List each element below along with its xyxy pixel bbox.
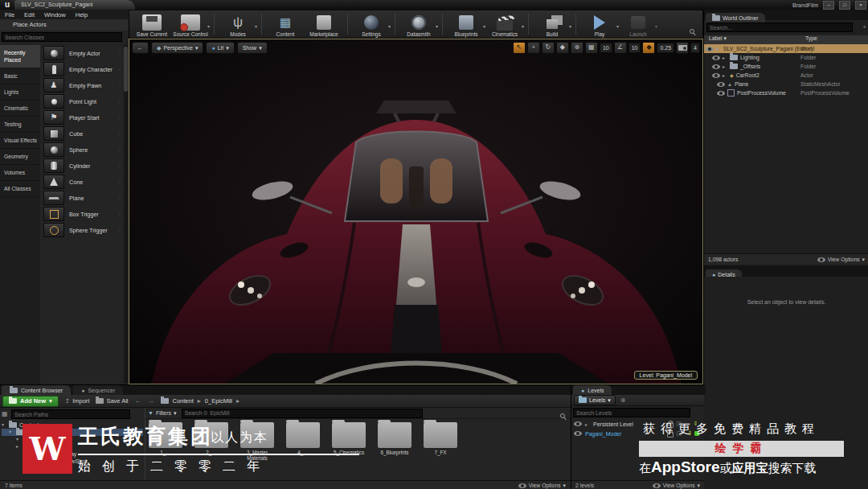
outliner-row-postprocessvolume[interactable]: PostProcessVolumePostProcessVolume bbox=[704, 88, 868, 97]
place-item-plane[interactable]: Plane◦ bbox=[40, 190, 122, 206]
place-search-input[interactable] bbox=[2, 32, 122, 42]
outliner-search-input[interactable] bbox=[706, 23, 853, 32]
place-item-cone[interactable]: Cone◦ bbox=[40, 174, 122, 190]
project-tab[interactable]: SLV_SC2_Sculpture_Pagani bbox=[14, 0, 135, 10]
category-lights[interactable]: Lights bbox=[0, 84, 40, 101]
visibility-eye-icon[interactable] bbox=[712, 64, 720, 69]
place-item-player-start[interactable]: ⚑Player Start◦ bbox=[40, 109, 122, 125]
menu-help[interactable]: Help bbox=[76, 11, 88, 18]
save-current-button[interactable]: Save Current bbox=[134, 11, 170, 37]
category-basic[interactable]: Basic bbox=[0, 68, 40, 84]
save-all-button[interactable]: Save All bbox=[96, 397, 128, 405]
content-view-options[interactable]: View Options▾ bbox=[518, 483, 566, 489]
menu-edit[interactable]: Edit bbox=[24, 11, 35, 18]
levels-search-input[interactable] bbox=[573, 408, 690, 417]
category-all-classes[interactable]: All Classes bbox=[0, 181, 40, 197]
outliner-row-lighting[interactable]: ▸LightingFolder bbox=[704, 53, 868, 62]
play-button[interactable]: Play▾ bbox=[582, 11, 617, 37]
back-button[interactable]: ← bbox=[135, 397, 141, 405]
place-item-sphere-trigger[interactable]: Sphere Trigger◦ bbox=[40, 222, 122, 238]
datasmith-button[interactable]: Datasmith▾ bbox=[401, 11, 436, 37]
filters-button[interactable]: ▼Filters▾ bbox=[148, 410, 177, 417]
grid-snap-icon[interactable]: ▦ bbox=[585, 42, 598, 54]
place-item-empty-pawn[interactable]: ♟Empty Pawn◦ bbox=[40, 77, 122, 93]
outliner-view-options[interactable]: View Options▾ bbox=[817, 257, 865, 263]
place-scrollbar[interactable] bbox=[124, 45, 128, 383]
rotate-tool-button[interactable]: ↻ bbox=[542, 42, 555, 54]
marketplace-button[interactable]: Marketplace bbox=[306, 11, 342, 37]
breadcrumb-epicmill[interactable]: 0_EpicMill bbox=[205, 397, 232, 405]
menu-window[interactable]: Window bbox=[44, 11, 66, 18]
place-item-point-light[interactable]: Point Light◦ bbox=[40, 93, 122, 109]
menu-file[interactable]: File bbox=[5, 11, 14, 18]
camera-speed-icon[interactable] bbox=[676, 42, 689, 54]
category-recently-placed[interactable]: Recently Placed bbox=[0, 45, 40, 68]
outliner-icon bbox=[712, 15, 720, 21]
visibility-eye-icon[interactable] bbox=[712, 55, 720, 60]
filter-funnel-icon[interactable]: + bbox=[862, 23, 866, 31]
add-new-button[interactable]: Add New▾ bbox=[2, 396, 59, 407]
tab-sequencer[interactable]: ●Sequencer bbox=[73, 385, 123, 395]
folder-tile-7-fx[interactable]: 7_FX bbox=[423, 422, 458, 461]
breadcrumb-content[interactable]: Content bbox=[173, 397, 194, 405]
show-button[interactable]: Show▾ bbox=[237, 42, 268, 54]
select-tool-button[interactable]: ↖ bbox=[513, 42, 526, 54]
scale-snap-value[interactable]: 0.25 bbox=[657, 43, 674, 53]
move-tool-button[interactable]: + bbox=[527, 42, 540, 54]
viewport-collapse-button[interactable]: ← bbox=[132, 42, 149, 54]
visibility-eye-icon[interactable] bbox=[706, 47, 714, 51]
tab-content-browser[interactable]: Content Browser bbox=[2, 385, 71, 395]
content-button[interactable]: ▦Content bbox=[268, 11, 303, 37]
category-volumes[interactable]: Volumes bbox=[0, 165, 40, 181]
launch-button[interactable]: Launch▾ bbox=[620, 11, 656, 37]
camera-speed-value[interactable]: 4 bbox=[690, 43, 700, 53]
folder-tile-6-blueprints[interactable]: 6_Blueprints bbox=[377, 422, 412, 461]
category-visual-effects[interactable]: Visual Effects bbox=[0, 133, 40, 149]
outliner-row-plane[interactable]: ▲PlaneStaticMeshActor bbox=[704, 80, 868, 88]
category-geometry[interactable]: Geometry bbox=[0, 149, 40, 165]
levels-menu-button[interactable]: Levels▾ bbox=[574, 395, 616, 405]
forward-button[interactable]: → bbox=[148, 397, 154, 405]
outliner-row-offsets[interactable]: ▸_OffsetsFolder bbox=[704, 62, 868, 71]
place-item-empty-actor[interactable]: Empty Actor◦ bbox=[40, 45, 122, 61]
grid-snap-value[interactable]: 10 bbox=[600, 43, 612, 53]
rotation-snap-value[interactable]: 10 bbox=[628, 43, 641, 53]
place-item-box-trigger[interactable]: Box Trigger◦ bbox=[40, 206, 122, 222]
outliner-row-world[interactable]: ▾SLV_SC2_Sculpture_Pagani (Editor)World bbox=[704, 44, 868, 53]
place-item-cylinder[interactable]: Cylinder◦ bbox=[40, 158, 122, 174]
visibility-eye-icon[interactable] bbox=[574, 431, 582, 436]
settings-button[interactable]: Settings▾ bbox=[354, 11, 389, 37]
blueprints-button[interactable]: Blueprints▾ bbox=[448, 11, 484, 37]
visibility-eye-icon[interactable] bbox=[574, 421, 582, 426]
world-coordinate-button[interactable]: ⊕ bbox=[571, 42, 583, 54]
cinematics-button[interactable]: Cinematics▾ bbox=[487, 11, 522, 37]
import-button[interactable]: ↥Import bbox=[65, 397, 90, 405]
build-button[interactable]: Build▾ bbox=[534, 11, 570, 37]
levels-view-options[interactable]: View Options▾ bbox=[653, 483, 700, 489]
category-cinematic[interactable]: Cinematic bbox=[0, 101, 40, 117]
tab-levels[interactable]: ●Levels bbox=[573, 385, 612, 395]
lit-button[interactable]: ●Lit▾ bbox=[206, 42, 234, 54]
scale-snap-icon[interactable]: ◆ bbox=[642, 42, 655, 54]
visibility-eye-icon[interactable] bbox=[717, 82, 725, 87]
place-item-sphere[interactable]: Sphere◦ bbox=[40, 142, 122, 158]
sources-toggle-icon[interactable]: ▦ bbox=[2, 410, 8, 417]
perspective-button[interactable]: ◆Perspective▾ bbox=[151, 42, 203, 54]
level-world-icon[interactable]: ⊕ bbox=[620, 397, 626, 404]
close-button[interactable]: × bbox=[855, 1, 866, 10]
source-control-button[interactable]: Source Control▾ bbox=[173, 11, 208, 37]
place-item-cube[interactable]: Cube◦ bbox=[40, 125, 122, 142]
place-item-empty-character[interactable]: Empty Character◦ bbox=[40, 61, 122, 77]
modes-button[interactable]: ψModes▾ bbox=[220, 11, 256, 37]
outliner-row-carroot2[interactable]: ▸◆CarRoot2Actor bbox=[704, 71, 868, 80]
rotation-snap-icon[interactable]: ∠ bbox=[614, 42, 627, 54]
visibility-eye-icon[interactable] bbox=[712, 73, 720, 78]
minimize-button[interactable]: – bbox=[823, 1, 834, 10]
visibility-eye-icon[interactable] bbox=[717, 91, 725, 96]
search-paths-input[interactable] bbox=[11, 409, 130, 419]
viewport[interactable]: ← ◆Perspective▾ ●Lit▾ Show▾ ↖ + ↻ ◆ ⊕ ▦ … bbox=[129, 39, 703, 384]
scale-tool-button[interactable]: ◆ bbox=[556, 42, 569, 54]
maximize-button[interactable]: □ bbox=[839, 1, 850, 10]
category-testing[interactable]: Testing bbox=[0, 117, 40, 133]
search-assets-input[interactable] bbox=[182, 409, 423, 418]
